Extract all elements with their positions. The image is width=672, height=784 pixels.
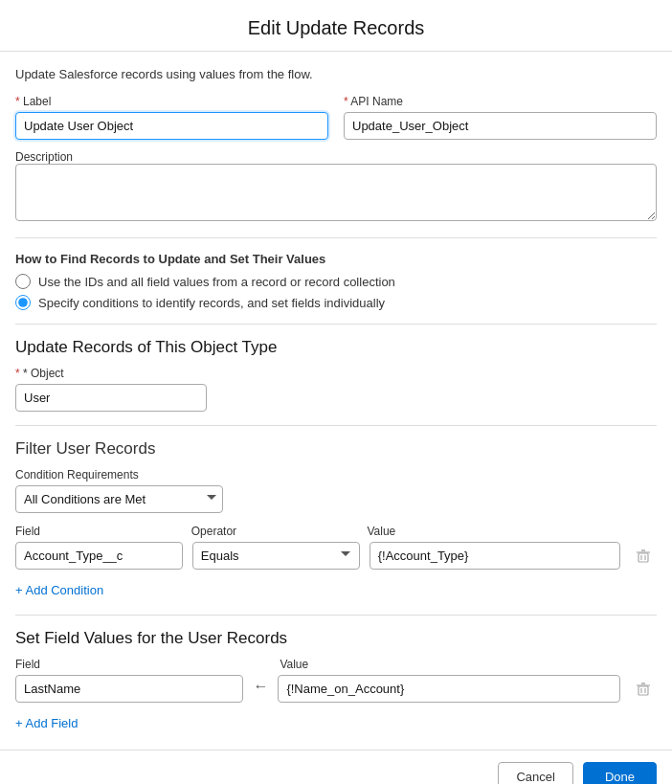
filter-title: Filter User Records — [15, 439, 657, 459]
divider-3 — [15, 425, 657, 426]
field-delete-button[interactable] — [630, 676, 657, 703]
svg-rect-0 — [638, 553, 648, 562]
radio-option-2-label: Specify conditions to identify records, … — [38, 296, 385, 310]
condition-value-group — [370, 542, 620, 570]
subtitle: Update Salesforce records using values f… — [15, 67, 657, 81]
description-textarea[interactable] — [15, 164, 657, 221]
object-group: * * Object — [15, 367, 207, 412]
object-label: * * Object — [15, 367, 207, 380]
api-name-input[interactable] — [344, 112, 657, 140]
condition-req-select[interactable]: All Conditions are Met Any Condition is … — [15, 485, 223, 513]
api-name-label: * API Name — [344, 95, 657, 108]
radio-specify-conditions[interactable] — [15, 295, 31, 310]
page-container: Edit Update Records Update Salesforce re… — [0, 0, 672, 784]
set-fields-section: Set Field Values for the User Records Fi… — [15, 629, 657, 734]
fv-field-input[interactable] — [15, 675, 243, 703]
label-api-row: * Label * API Name — [15, 95, 657, 140]
condition-row: Equals Not Equal To Greater Than Less Th… — [15, 542, 657, 570]
page-title: Edit Update Records — [0, 17, 672, 39]
field-value-row: ← — [15, 675, 657, 703]
cancel-button[interactable]: Cancel — [498, 762, 572, 784]
fv-value-group — [278, 675, 620, 703]
condition-operator-group: Equals Not Equal To Greater Than Less Th… — [192, 542, 360, 570]
divider-2 — [15, 324, 657, 325]
condition-delete-button[interactable] — [630, 543, 657, 570]
label-required-star: * — [15, 95, 20, 108]
condition-req-select-wrapper: All Conditions are Met Any Condition is … — [15, 485, 226, 513]
content-area: Update Salesforce records using values f… — [0, 52, 672, 750]
radio-group: Use the IDs and all field values from a … — [15, 274, 657, 310]
condition-field-input[interactable] — [15, 542, 183, 570]
trash-icon-2 — [636, 682, 651, 697]
filter-section: Filter User Records Condition Requiremen… — [15, 439, 657, 601]
svg-rect-5 — [638, 686, 648, 695]
fv-value-input[interactable] — [278, 675, 620, 703]
divider-4 — [15, 615, 657, 616]
filter-col-labels: Field Operator Value — [15, 525, 657, 538]
condition-req-label: Condition Requirements — [15, 468, 226, 482]
col-label-field: Field — [15, 525, 182, 538]
find-records-title: How to Find Records to Update and Set Th… — [15, 252, 657, 266]
api-required-star: * — [344, 95, 348, 108]
condition-field-group — [15, 542, 183, 570]
col-label-operator: Operator — [191, 525, 358, 538]
label-group: * Label — [15, 95, 328, 140]
object-section: Update Records of This Object Type * * O… — [15, 338, 657, 412]
done-button[interactable]: Done — [583, 762, 657, 784]
arrow-icon: ← — [253, 678, 268, 703]
api-name-group: * API Name — [344, 95, 657, 140]
condition-operator-select[interactable]: Equals Not Equal To Greater Than Less Th… — [192, 542, 360, 570]
trash-icon — [636, 549, 651, 564]
add-field-button[interactable]: + Add Field — [15, 712, 78, 734]
page-header: Edit Update Records — [0, 0, 672, 52]
divider-1 — [15, 237, 657, 238]
footer: Cancel Done — [0, 750, 672, 784]
set-col-label-value: Value — [280, 658, 616, 671]
col-label-value: Value — [367, 525, 616, 538]
fv-field-group — [15, 675, 243, 703]
object-section-header: Update Records of This Object Type — [15, 338, 657, 357]
set-col-labels: Field Value — [15, 658, 657, 671]
find-records-section: How to Find Records to Update and Set Th… — [15, 252, 657, 310]
col-label-spacer — [626, 525, 657, 538]
condition-req-group: Condition Requirements All Conditions ar… — [15, 468, 226, 513]
condition-operator-wrapper: Equals Not Equal To Greater Than Less Th… — [192, 542, 360, 570]
bottom-spacer — [15, 734, 657, 750]
set-col-label-field: Field — [15, 658, 239, 671]
object-input[interactable] — [15, 384, 207, 412]
label-input[interactable] — [15, 112, 328, 140]
radio-option-2[interactable]: Specify conditions to identify records, … — [15, 295, 657, 310]
description-group: Description — [15, 149, 657, 224]
condition-value-input[interactable] — [370, 542, 620, 570]
radio-use-ids[interactable] — [15, 274, 31, 289]
radio-option-1-label: Use the IDs and all field values from a … — [38, 275, 395, 289]
add-condition-button[interactable]: + Add Condition — [15, 579, 103, 601]
label-field-label: * Label — [15, 95, 328, 108]
description-label: Description — [15, 150, 73, 164]
set-fields-header: Set Field Values for the User Records — [15, 629, 657, 648]
radio-option-1[interactable]: Use the IDs and all field values from a … — [15, 274, 657, 289]
